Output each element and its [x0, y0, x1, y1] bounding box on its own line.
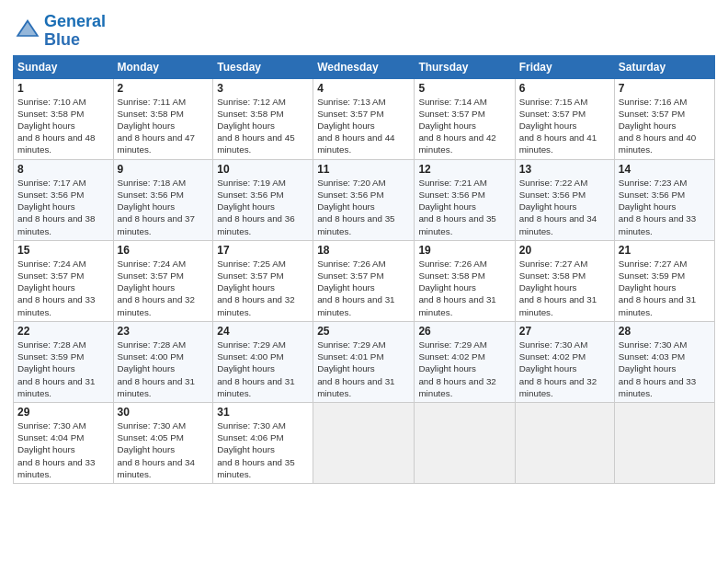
day-info: Sunrise: 7:30 AMSunset: 4:03 PMDaylight …: [619, 339, 696, 398]
calendar-week-2: 8 Sunrise: 7:17 AMSunset: 3:56 PMDayligh…: [14, 159, 715, 240]
logo: General Blue: [13, 13, 106, 50]
calendar-cell: 16 Sunrise: 7:24 AMSunset: 3:57 PMDaylig…: [113, 240, 213, 321]
day-info: Sunrise: 7:22 AMSunset: 3:56 PMDaylight …: [519, 178, 597, 236]
day-info: Sunrise: 7:30 AMSunset: 4:06 PMDaylight …: [217, 420, 294, 479]
day-number: 25: [317, 325, 410, 338]
calendar-cell: 4 Sunrise: 7:13 AMSunset: 3:57 PMDayligh…: [313, 78, 415, 159]
day-number: 7: [619, 82, 711, 95]
calendar-cell: 10 Sunrise: 7:19 AMSunset: 3:56 PMDaylig…: [213, 159, 313, 240]
day-info: Sunrise: 7:20 AMSunset: 3:56 PMDaylight …: [317, 178, 394, 236]
header: General Blue: [13, 9, 715, 50]
day-info: Sunrise: 7:24 AMSunset: 3:57 PMDaylight …: [118, 259, 195, 317]
calendar-cell: [515, 402, 614, 483]
day-info: Sunrise: 7:25 AMSunset: 3:57 PMDaylight …: [217, 259, 294, 317]
day-header-friday: Friday: [515, 55, 614, 78]
calendar-cell: [614, 402, 714, 483]
calendar-cell: 11 Sunrise: 7:20 AMSunset: 3:56 PMDaylig…: [313, 159, 415, 240]
calendar-cell: 14 Sunrise: 7:23 AMSunset: 3:56 PMDaylig…: [614, 159, 714, 240]
day-number: 3: [217, 82, 309, 95]
day-number: 2: [118, 82, 210, 95]
day-number: 13: [519, 163, 610, 176]
day-info: Sunrise: 7:13 AMSunset: 3:57 PMDaylight …: [317, 97, 394, 155]
day-info: Sunrise: 7:23 AMSunset: 3:56 PMDaylight …: [619, 178, 696, 236]
calendar-cell: 13 Sunrise: 7:22 AMSunset: 3:56 PMDaylig…: [515, 159, 614, 240]
day-number: 23: [118, 325, 210, 338]
calendar-cell: 3 Sunrise: 7:12 AMSunset: 3:58 PMDayligh…: [213, 78, 313, 159]
day-number: 8: [17, 163, 109, 176]
day-info: Sunrise: 7:27 AMSunset: 3:58 PMDaylight …: [519, 259, 597, 317]
day-info: Sunrise: 7:29 AMSunset: 4:01 PMDaylight …: [317, 339, 394, 398]
day-info: Sunrise: 7:17 AMSunset: 3:56 PMDaylight …: [17, 178, 95, 236]
calendar-cell: [415, 402, 515, 483]
calendar-cell: 22 Sunrise: 7:28 AMSunset: 3:59 PMDaylig…: [14, 321, 114, 402]
logo-text2: Blue: [44, 31, 106, 50]
day-number: 15: [17, 244, 109, 257]
day-number: 5: [418, 82, 510, 95]
calendar-cell: 25 Sunrise: 7:29 AMSunset: 4:01 PMDaylig…: [313, 321, 415, 402]
day-info: Sunrise: 7:14 AMSunset: 3:57 PMDaylight …: [418, 97, 495, 155]
day-info: Sunrise: 7:12 AMSunset: 3:58 PMDaylight …: [217, 97, 294, 155]
calendar-week-5: 29 Sunrise: 7:30 AMSunset: 4:04 PMDaylig…: [14, 402, 715, 483]
logo-text: General: [44, 13, 106, 31]
calendar-cell: 7 Sunrise: 7:16 AMSunset: 3:57 PMDayligh…: [614, 78, 714, 159]
day-number: 31: [217, 406, 309, 419]
calendar-body: 1 Sunrise: 7:10 AMSunset: 3:58 PMDayligh…: [14, 78, 715, 483]
day-info: Sunrise: 7:11 AMSunset: 3:58 PMDaylight …: [118, 97, 195, 155]
calendar-cell: 29 Sunrise: 7:30 AMSunset: 4:04 PMDaylig…: [14, 402, 114, 483]
calendar-cell: 9 Sunrise: 7:18 AMSunset: 3:56 PMDayligh…: [113, 159, 213, 240]
day-info: Sunrise: 7:30 AMSunset: 4:04 PMDaylight …: [17, 420, 95, 479]
calendar-header-row: SundayMondayTuesdayWednesdayThursdayFrid…: [14, 55, 715, 78]
day-number: 1: [17, 82, 109, 95]
calendar-cell: 23 Sunrise: 7:28 AMSunset: 4:00 PMDaylig…: [113, 321, 213, 402]
day-info: Sunrise: 7:18 AMSunset: 3:56 PMDaylight …: [118, 178, 195, 236]
day-header-wednesday: Wednesday: [313, 55, 415, 78]
calendar-cell: 18 Sunrise: 7:26 AMSunset: 3:57 PMDaylig…: [313, 240, 415, 321]
main-container: General Blue SundayMondayTuesdayWednesda…: [0, 0, 728, 491]
day-number: 14: [619, 163, 711, 176]
day-header-tuesday: Tuesday: [213, 55, 313, 78]
day-number: 24: [217, 325, 309, 338]
day-header-sunday: Sunday: [14, 55, 114, 78]
day-number: 27: [519, 325, 610, 338]
day-number: 30: [118, 406, 210, 419]
calendar-cell: 6 Sunrise: 7:15 AMSunset: 3:57 PMDayligh…: [515, 78, 614, 159]
calendar-cell: 21 Sunrise: 7:27 AMSunset: 3:59 PMDaylig…: [614, 240, 714, 321]
day-number: 19: [418, 244, 510, 257]
day-info: Sunrise: 7:16 AMSunset: 3:57 PMDaylight …: [619, 97, 696, 155]
calendar-cell: [313, 402, 415, 483]
day-number: 6: [519, 82, 610, 95]
day-header-saturday: Saturday: [614, 55, 714, 78]
calendar-cell: 26 Sunrise: 7:29 AMSunset: 4:02 PMDaylig…: [415, 321, 515, 402]
day-number: 18: [317, 244, 410, 257]
day-header-monday: Monday: [113, 55, 213, 78]
calendar-cell: 8 Sunrise: 7:17 AMSunset: 3:56 PMDayligh…: [14, 159, 114, 240]
calendar-week-3: 15 Sunrise: 7:24 AMSunset: 3:57 PMDaylig…: [14, 240, 715, 321]
calendar-table: SundayMondayTuesdayWednesdayThursdayFrid…: [13, 55, 715, 484]
day-info: Sunrise: 7:26 AMSunset: 3:58 PMDaylight …: [418, 259, 495, 317]
day-info: Sunrise: 7:21 AMSunset: 3:56 PMDaylight …: [418, 178, 495, 236]
day-info: Sunrise: 7:30 AMSunset: 4:02 PMDaylight …: [519, 339, 597, 398]
calendar-cell: 1 Sunrise: 7:10 AMSunset: 3:58 PMDayligh…: [14, 78, 114, 159]
calendar-cell: 12 Sunrise: 7:21 AMSunset: 3:56 PMDaylig…: [415, 159, 515, 240]
day-info: Sunrise: 7:15 AMSunset: 3:57 PMDaylight …: [519, 97, 597, 155]
day-info: Sunrise: 7:27 AMSunset: 3:59 PMDaylight …: [619, 259, 696, 317]
calendar-cell: 5 Sunrise: 7:14 AMSunset: 3:57 PMDayligh…: [415, 78, 515, 159]
calendar-week-4: 22 Sunrise: 7:28 AMSunset: 3:59 PMDaylig…: [14, 321, 715, 402]
day-number: 29: [17, 406, 109, 419]
day-number: 12: [418, 163, 510, 176]
calendar-cell: 17 Sunrise: 7:25 AMSunset: 3:57 PMDaylig…: [213, 240, 313, 321]
day-number: 20: [519, 244, 610, 257]
day-info: Sunrise: 7:24 AMSunset: 3:57 PMDaylight …: [17, 259, 95, 317]
day-number: 22: [17, 325, 109, 338]
day-number: 10: [217, 163, 309, 176]
day-info: Sunrise: 7:29 AMSunset: 4:00 PMDaylight …: [217, 339, 294, 398]
day-info: Sunrise: 7:28 AMSunset: 3:59 PMDaylight …: [17, 339, 95, 398]
calendar-cell: 2 Sunrise: 7:11 AMSunset: 3:58 PMDayligh…: [113, 78, 213, 159]
day-info: Sunrise: 7:10 AMSunset: 3:58 PMDaylight …: [17, 97, 95, 155]
calendar-cell: 28 Sunrise: 7:30 AMSunset: 4:03 PMDaylig…: [614, 321, 714, 402]
day-number: 28: [619, 325, 711, 338]
day-info: Sunrise: 7:29 AMSunset: 4:02 PMDaylight …: [418, 339, 495, 398]
calendar-week-1: 1 Sunrise: 7:10 AMSunset: 3:58 PMDayligh…: [14, 78, 715, 159]
day-number: 26: [418, 325, 510, 338]
calendar-cell: 19 Sunrise: 7:26 AMSunset: 3:58 PMDaylig…: [415, 240, 515, 321]
